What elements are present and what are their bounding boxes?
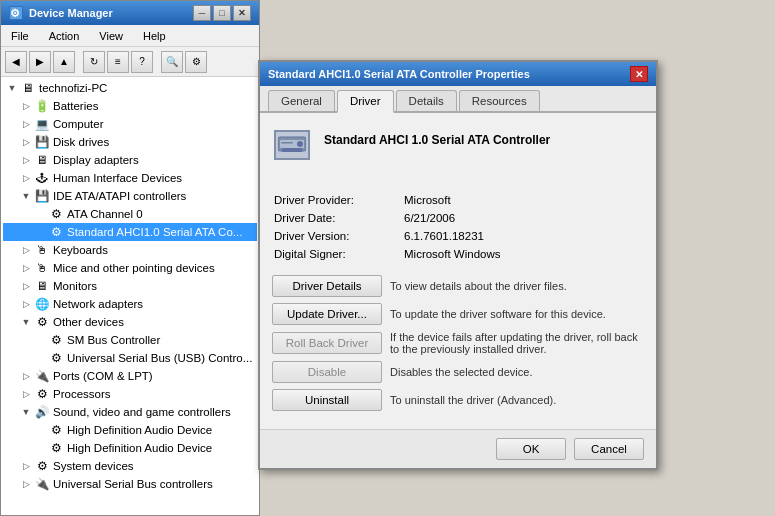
toolbar: ◀ ▶ ▲ ↻ ≡ ? 🔍 ⚙ — [1, 47, 259, 77]
tree-item-ide[interactable]: ▼ 💾 IDE ATA/ATAPI controllers — [3, 187, 257, 205]
info-row: Driver Version: 6.1.7601.18231 — [272, 227, 644, 245]
tree-item-proc[interactable]: ▷ ⚙ Processors — [3, 385, 257, 403]
node-icon: 💾 — [34, 134, 50, 150]
maximize-button[interactable]: □ — [213, 5, 231, 21]
tree-item-hda2[interactable]: ⚙ High Definition Audio Device — [3, 439, 257, 457]
expand-icon: ▷ — [19, 459, 33, 473]
tree-item-hda1[interactable]: ⚙ High Definition Audio Device — [3, 421, 257, 439]
tree-item-mice[interactable]: ▷ 🖱 Mice and other pointing devices — [3, 259, 257, 277]
tab-details[interactable]: Details — [396, 90, 457, 111]
cancel-button[interactable]: Cancel — [574, 438, 644, 460]
scan-button[interactable]: 🔍 — [161, 51, 183, 73]
node-icon: 🕹 — [34, 170, 50, 186]
field-label: Driver Date: — [272, 209, 402, 227]
expand-icon: ▷ — [19, 135, 33, 149]
expand-icon: ▷ — [19, 387, 33, 401]
expand-icon — [33, 207, 47, 221]
minimize-button[interactable]: ─ — [193, 5, 211, 21]
tree-label: Sound, video and game controllers — [53, 406, 231, 418]
expand-icon: ▷ — [19, 117, 33, 131]
forward-button[interactable]: ▶ — [29, 51, 51, 73]
buttons-container: Driver DetailsTo view details about the … — [272, 275, 644, 411]
up-button[interactable]: ▲ — [53, 51, 75, 73]
expand-icon: ▷ — [19, 171, 33, 185]
tree-item-monitors[interactable]: ▷ 🖥 Monitors — [3, 277, 257, 295]
tree-label: Standard AHCI1.0 Serial ATA Co... — [67, 226, 242, 238]
dialog-title: Standard AHCI1.0 Serial ATA Controller P… — [268, 68, 530, 80]
expand-icon — [33, 333, 47, 347]
menu-file[interactable]: File — [5, 29, 35, 43]
tree-item-keyboards[interactable]: ▷ 🖱 Keyboards — [3, 241, 257, 259]
tree-item-disk[interactable]: ▷ 💾 Disk drives — [3, 133, 257, 151]
button-row-disable: DisableDisables the selected device. — [272, 361, 644, 383]
expand-icon: ▼ — [19, 189, 33, 203]
tree-item-sound[interactable]: ▼ 🔊 Sound, video and game controllers — [3, 403, 257, 421]
uninstall-button[interactable]: Uninstall — [272, 389, 382, 411]
device-manager-window: ⚙ Device Manager ─ □ ✕ File Action View … — [0, 0, 260, 516]
node-icon: ⚙ — [48, 224, 64, 240]
expand-icon — [33, 351, 47, 365]
field-value: 6/21/2006 — [402, 209, 644, 227]
refresh-button[interactable]: ↻ — [83, 51, 105, 73]
tree-label: Processors — [53, 388, 111, 400]
tree-item-root[interactable]: ▼ 🖥 technofizi-PC — [3, 79, 257, 97]
dialog-close-button[interactable]: ✕ — [630, 66, 648, 82]
tree-label: Universal Serial Bus controllers — [53, 478, 213, 490]
expand-icon — [33, 441, 47, 455]
dialog-content: Standard AHCI 1.0 Serial ATA Controller … — [260, 113, 656, 429]
tab-bar: GeneralDriverDetailsResources — [260, 86, 656, 113]
node-icon: 🖥 — [34, 152, 50, 168]
window-title: Device Manager — [29, 7, 113, 19]
ok-button[interactable]: OK — [496, 438, 566, 460]
action-button[interactable]: ⚙ — [185, 51, 207, 73]
info-row: Driver Date: 6/21/2006 — [272, 209, 644, 227]
disable-button: Disable — [272, 361, 382, 383]
close-button[interactable]: ✕ — [233, 5, 251, 21]
expand-icon: ▷ — [19, 477, 33, 491]
field-value: 6.1.7601.18231 — [402, 227, 644, 245]
tree-label: IDE ATA/ATAPI controllers — [53, 190, 186, 202]
tree-item-sysdev[interactable]: ▷ ⚙ System devices — [3, 457, 257, 475]
expand-icon — [33, 423, 47, 437]
tree-item-display[interactable]: ▷ 🖥 Display adapters — [3, 151, 257, 169]
tree-item-usb2[interactable]: ⚙ Universal Serial Bus (USB) Contro... — [3, 349, 257, 367]
title-bar-left: ⚙ Device Manager — [9, 6, 113, 20]
tree-label: Ports (COM & LPT) — [53, 370, 153, 382]
properties-dialog: Standard AHCI1.0 Serial ATA Controller P… — [258, 60, 658, 470]
node-icon: ⚙ — [48, 332, 64, 348]
dialog-title-bar: Standard AHCI1.0 Serial ATA Controller P… — [260, 62, 656, 86]
menu-view[interactable]: View — [93, 29, 129, 43]
menu-action[interactable]: Action — [43, 29, 86, 43]
menu-bar: File Action View Help — [1, 25, 259, 47]
expand-icon: ▼ — [19, 405, 33, 419]
tree-item-ports[interactable]: ▷ 🔌 Ports (COM & LPT) — [3, 367, 257, 385]
help-button[interactable]: ? — [131, 51, 153, 73]
tab-driver[interactable]: Driver — [337, 90, 394, 113]
button-row-update-driver: Update Driver...To update the driver sof… — [272, 303, 644, 325]
tree-view[interactable]: ▼ 🖥 technofizi-PC ▷ 🔋 Batteries ▷ 💻 Comp… — [1, 77, 259, 515]
tree-label: Computer — [53, 118, 104, 130]
back-button[interactable]: ◀ — [5, 51, 27, 73]
expand-icon — [33, 225, 47, 239]
tree-item-ahci[interactable]: ⚙ Standard AHCI1.0 Serial ATA Co... — [3, 223, 257, 241]
tree-item-other[interactable]: ▼ ⚙ Other devices — [3, 313, 257, 331]
tree-item-smbus[interactable]: ⚙ SM Bus Controller — [3, 331, 257, 349]
tree-item-ata0[interactable]: ⚙ ATA Channel 0 — [3, 205, 257, 223]
tree-item-network[interactable]: ▷ 🌐 Network adapters — [3, 295, 257, 313]
node-icon: ⚙ — [34, 458, 50, 474]
tab-resources[interactable]: Resources — [459, 90, 540, 111]
properties-button[interactable]: ≡ — [107, 51, 129, 73]
tab-general[interactable]: General — [268, 90, 335, 111]
expand-icon: ▷ — [19, 279, 33, 293]
tree-item-batteries[interactable]: ▷ 🔋 Batteries — [3, 97, 257, 115]
node-icon: 💻 — [34, 116, 50, 132]
tree-item-hid[interactable]: ▷ 🕹 Human Interface Devices — [3, 169, 257, 187]
update-driver-button[interactable]: Update Driver... — [272, 303, 382, 325]
tree-label: System devices — [53, 460, 134, 472]
menu-help[interactable]: Help — [137, 29, 172, 43]
tree-item-computer[interactable]: ▷ 💻 Computer — [3, 115, 257, 133]
info-row: Digital Signer: Microsoft Windows — [272, 245, 644, 263]
tree-item-usbctrl[interactable]: ▷ 🔌 Universal Serial Bus controllers — [3, 475, 257, 493]
device-name: Standard AHCI 1.0 Serial ATA Controller — [324, 133, 550, 147]
driver-details-button[interactable]: Driver Details — [272, 275, 382, 297]
